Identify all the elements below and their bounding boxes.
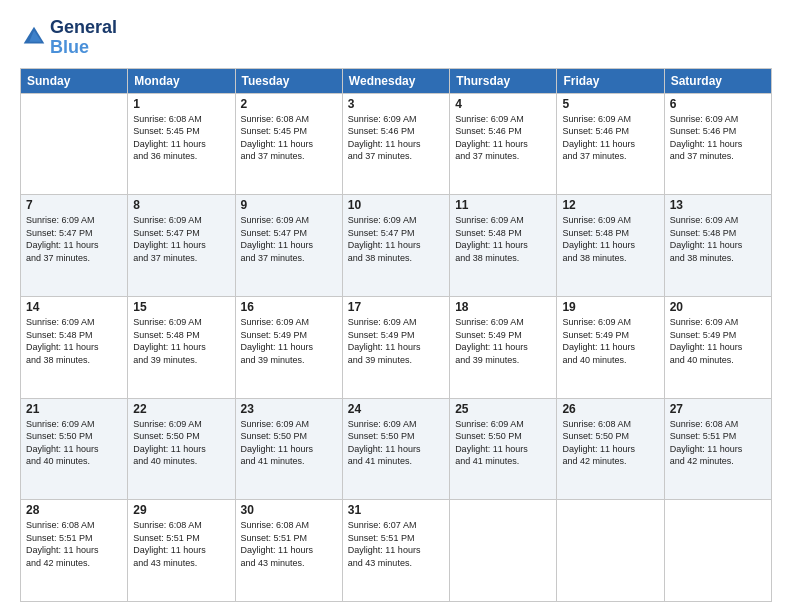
- weekday-header-row: SundayMondayTuesdayWednesdayThursdayFrid…: [21, 68, 772, 93]
- cell-info: Sunrise: 6:09 AMSunset: 5:49 PMDaylight:…: [348, 316, 444, 366]
- calendar-cell: 4Sunrise: 6:09 AMSunset: 5:46 PMDaylight…: [450, 93, 557, 195]
- header: General Blue: [20, 18, 772, 58]
- day-number: 23: [241, 402, 337, 416]
- logo-text: General Blue: [50, 18, 117, 58]
- day-number: 28: [26, 503, 122, 517]
- cell-info: Sunrise: 6:09 AMSunset: 5:46 PMDaylight:…: [670, 113, 766, 163]
- calendar-cell: 26Sunrise: 6:08 AMSunset: 5:50 PMDayligh…: [557, 398, 664, 500]
- calendar-cell: 29Sunrise: 6:08 AMSunset: 5:51 PMDayligh…: [128, 500, 235, 602]
- week-row-0: 1Sunrise: 6:08 AMSunset: 5:45 PMDaylight…: [21, 93, 772, 195]
- calendar-cell: [21, 93, 128, 195]
- calendar-cell: [450, 500, 557, 602]
- cell-info: Sunrise: 6:09 AMSunset: 5:48 PMDaylight:…: [562, 214, 658, 264]
- calendar-cell: 8Sunrise: 6:09 AMSunset: 5:47 PMDaylight…: [128, 195, 235, 297]
- day-number: 19: [562, 300, 658, 314]
- logo: General Blue: [20, 18, 117, 58]
- day-number: 8: [133, 198, 229, 212]
- cell-info: Sunrise: 6:09 AMSunset: 5:48 PMDaylight:…: [26, 316, 122, 366]
- calendar-cell: 17Sunrise: 6:09 AMSunset: 5:49 PMDayligh…: [342, 296, 449, 398]
- calendar-cell: 25Sunrise: 6:09 AMSunset: 5:50 PMDayligh…: [450, 398, 557, 500]
- calendar-cell: 27Sunrise: 6:08 AMSunset: 5:51 PMDayligh…: [664, 398, 771, 500]
- calendar-cell: 24Sunrise: 6:09 AMSunset: 5:50 PMDayligh…: [342, 398, 449, 500]
- weekday-header-monday: Monday: [128, 68, 235, 93]
- day-number: 30: [241, 503, 337, 517]
- calendar-cell: 18Sunrise: 6:09 AMSunset: 5:49 PMDayligh…: [450, 296, 557, 398]
- day-number: 21: [26, 402, 122, 416]
- calendar-cell: 14Sunrise: 6:09 AMSunset: 5:48 PMDayligh…: [21, 296, 128, 398]
- day-number: 14: [26, 300, 122, 314]
- weekday-header-thursday: Thursday: [450, 68, 557, 93]
- calendar-table: SundayMondayTuesdayWednesdayThursdayFrid…: [20, 68, 772, 602]
- cell-info: Sunrise: 6:09 AMSunset: 5:48 PMDaylight:…: [455, 214, 551, 264]
- cell-info: Sunrise: 6:09 AMSunset: 5:46 PMDaylight:…: [455, 113, 551, 163]
- cell-info: Sunrise: 6:08 AMSunset: 5:45 PMDaylight:…: [241, 113, 337, 163]
- calendar-cell: 16Sunrise: 6:09 AMSunset: 5:49 PMDayligh…: [235, 296, 342, 398]
- cell-info: Sunrise: 6:09 AMSunset: 5:50 PMDaylight:…: [455, 418, 551, 468]
- cell-info: Sunrise: 6:09 AMSunset: 5:50 PMDaylight:…: [26, 418, 122, 468]
- weekday-header-tuesday: Tuesday: [235, 68, 342, 93]
- day-number: 26: [562, 402, 658, 416]
- day-number: 5: [562, 97, 658, 111]
- day-number: 4: [455, 97, 551, 111]
- calendar-cell: 20Sunrise: 6:09 AMSunset: 5:49 PMDayligh…: [664, 296, 771, 398]
- cell-info: Sunrise: 6:07 AMSunset: 5:51 PMDaylight:…: [348, 519, 444, 569]
- cell-info: Sunrise: 6:09 AMSunset: 5:47 PMDaylight:…: [133, 214, 229, 264]
- calendar-cell: 11Sunrise: 6:09 AMSunset: 5:48 PMDayligh…: [450, 195, 557, 297]
- day-number: 6: [670, 97, 766, 111]
- cell-info: Sunrise: 6:08 AMSunset: 5:45 PMDaylight:…: [133, 113, 229, 163]
- week-row-1: 7Sunrise: 6:09 AMSunset: 5:47 PMDaylight…: [21, 195, 772, 297]
- cell-info: Sunrise: 6:09 AMSunset: 5:49 PMDaylight:…: [455, 316, 551, 366]
- calendar-cell: 13Sunrise: 6:09 AMSunset: 5:48 PMDayligh…: [664, 195, 771, 297]
- week-row-3: 21Sunrise: 6:09 AMSunset: 5:50 PMDayligh…: [21, 398, 772, 500]
- day-number: 31: [348, 503, 444, 517]
- week-row-4: 28Sunrise: 6:08 AMSunset: 5:51 PMDayligh…: [21, 500, 772, 602]
- day-number: 2: [241, 97, 337, 111]
- cell-info: Sunrise: 6:08 AMSunset: 5:51 PMDaylight:…: [133, 519, 229, 569]
- day-number: 10: [348, 198, 444, 212]
- weekday-header-wednesday: Wednesday: [342, 68, 449, 93]
- cell-info: Sunrise: 6:09 AMSunset: 5:46 PMDaylight:…: [348, 113, 444, 163]
- day-number: 12: [562, 198, 658, 212]
- week-row-2: 14Sunrise: 6:09 AMSunset: 5:48 PMDayligh…: [21, 296, 772, 398]
- day-number: 20: [670, 300, 766, 314]
- calendar-cell: 10Sunrise: 6:09 AMSunset: 5:47 PMDayligh…: [342, 195, 449, 297]
- cell-info: Sunrise: 6:09 AMSunset: 5:50 PMDaylight:…: [241, 418, 337, 468]
- weekday-header-sunday: Sunday: [21, 68, 128, 93]
- calendar-cell: [557, 500, 664, 602]
- calendar-cell: 12Sunrise: 6:09 AMSunset: 5:48 PMDayligh…: [557, 195, 664, 297]
- cell-info: Sunrise: 6:09 AMSunset: 5:47 PMDaylight:…: [26, 214, 122, 264]
- calendar-cell: 6Sunrise: 6:09 AMSunset: 5:46 PMDaylight…: [664, 93, 771, 195]
- day-number: 25: [455, 402, 551, 416]
- calendar-cell: 21Sunrise: 6:09 AMSunset: 5:50 PMDayligh…: [21, 398, 128, 500]
- calendar-cell: 9Sunrise: 6:09 AMSunset: 5:47 PMDaylight…: [235, 195, 342, 297]
- day-number: 13: [670, 198, 766, 212]
- weekday-header-saturday: Saturday: [664, 68, 771, 93]
- calendar-cell: 2Sunrise: 6:08 AMSunset: 5:45 PMDaylight…: [235, 93, 342, 195]
- calendar-cell: 31Sunrise: 6:07 AMSunset: 5:51 PMDayligh…: [342, 500, 449, 602]
- cell-info: Sunrise: 6:09 AMSunset: 5:49 PMDaylight:…: [241, 316, 337, 366]
- day-number: 15: [133, 300, 229, 314]
- day-number: 24: [348, 402, 444, 416]
- calendar-cell: [664, 500, 771, 602]
- cell-info: Sunrise: 6:09 AMSunset: 5:50 PMDaylight:…: [348, 418, 444, 468]
- cell-info: Sunrise: 6:08 AMSunset: 5:51 PMDaylight:…: [670, 418, 766, 468]
- day-number: 3: [348, 97, 444, 111]
- calendar-cell: 23Sunrise: 6:09 AMSunset: 5:50 PMDayligh…: [235, 398, 342, 500]
- calendar-cell: 19Sunrise: 6:09 AMSunset: 5:49 PMDayligh…: [557, 296, 664, 398]
- day-number: 22: [133, 402, 229, 416]
- day-number: 29: [133, 503, 229, 517]
- day-number: 9: [241, 198, 337, 212]
- calendar-cell: 30Sunrise: 6:08 AMSunset: 5:51 PMDayligh…: [235, 500, 342, 602]
- day-number: 16: [241, 300, 337, 314]
- calendar-cell: 1Sunrise: 6:08 AMSunset: 5:45 PMDaylight…: [128, 93, 235, 195]
- calendar-cell: 5Sunrise: 6:09 AMSunset: 5:46 PMDaylight…: [557, 93, 664, 195]
- day-number: 11: [455, 198, 551, 212]
- day-number: 18: [455, 300, 551, 314]
- cell-info: Sunrise: 6:09 AMSunset: 5:49 PMDaylight:…: [670, 316, 766, 366]
- calendar-cell: 28Sunrise: 6:08 AMSunset: 5:51 PMDayligh…: [21, 500, 128, 602]
- day-number: 7: [26, 198, 122, 212]
- day-number: 17: [348, 300, 444, 314]
- page: General Blue SundayMondayTuesdayWednesda…: [0, 0, 792, 612]
- calendar-cell: 15Sunrise: 6:09 AMSunset: 5:48 PMDayligh…: [128, 296, 235, 398]
- cell-info: Sunrise: 6:09 AMSunset: 5:50 PMDaylight:…: [133, 418, 229, 468]
